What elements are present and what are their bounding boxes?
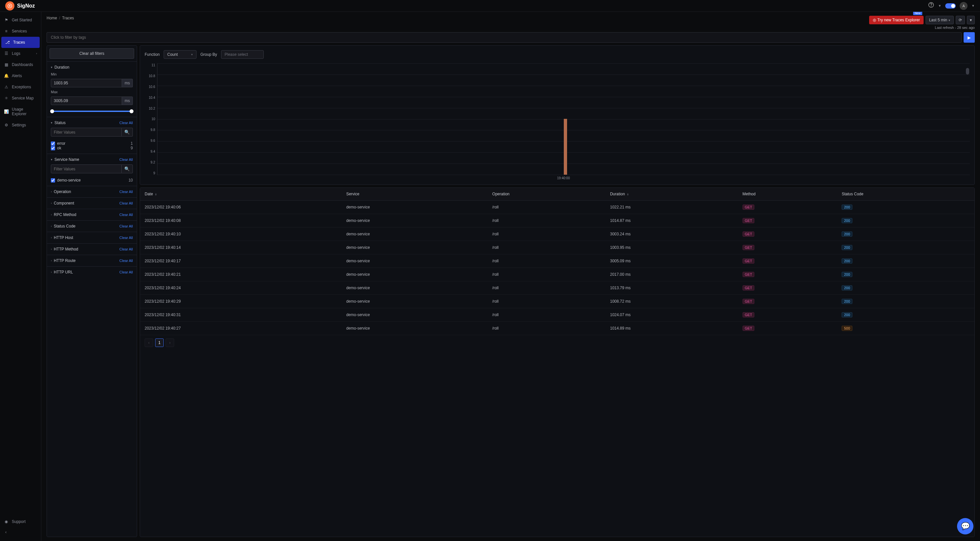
- sidebar-item-support[interactable]: ◉ Support: [0, 516, 41, 527]
- sidebar-item-settings[interactable]: ⚙Settings: [0, 120, 41, 131]
- function-select[interactable]: Count ▾: [164, 50, 196, 59]
- status-code-badge: 200: [842, 218, 852, 223]
- avatar[interactable]: A: [960, 2, 967, 10]
- max-duration-input[interactable]: [51, 97, 122, 105]
- caret-right-icon: ›: [51, 201, 52, 205]
- try-new-explorer-button[interactable]: ◎ Try new Traces Explorer: [869, 16, 924, 24]
- refresh-icon: ⟳: [959, 18, 962, 22]
- service-name-search-button[interactable]: 🔍: [122, 164, 133, 173]
- filter-toggle-http-route[interactable]: ›HTTP RouteClear All: [51, 259, 133, 263]
- sidebar-item-alerts[interactable]: 🔔Alerts: [0, 70, 41, 81]
- clear-operation-link[interactable]: Clear All: [119, 190, 133, 194]
- groupby-select[interactable]: Please select: [221, 50, 264, 59]
- min-duration-input[interactable]: [51, 79, 122, 87]
- table-row[interactable]: 2023/12/02 19:40:21 demo-service /roll 2…: [140, 268, 974, 281]
- cell-status: 200: [837, 295, 974, 308]
- sidebar-item-label: Alerts: [12, 73, 22, 78]
- sidebar-item-service-map[interactable]: ⚛Service Map: [0, 93, 41, 104]
- status-filter-error[interactable]: error1: [51, 141, 133, 146]
- cell-date: 2023/12/02 19:40:10: [140, 228, 342, 241]
- duration-slider[interactable]: [51, 109, 133, 113]
- help-dropdown-caret-icon[interactable]: ▼: [938, 4, 941, 8]
- checkbox[interactable]: [51, 146, 55, 150]
- sidebar-item-services[interactable]: ≡Services: [0, 26, 41, 37]
- filter-toggle-http-method[interactable]: ›HTTP MethodClear All: [51, 247, 133, 251]
- run-query-button[interactable]: ▶: [964, 32, 975, 43]
- cell-operation: /roll: [488, 268, 605, 281]
- checkbox[interactable]: [51, 142, 55, 146]
- page-prev-button[interactable]: ‹: [145, 338, 153, 347]
- service-name-search-input[interactable]: [51, 164, 122, 173]
- table-row[interactable]: 2023/12/02 19:40:31 demo-service /roll 1…: [140, 308, 974, 322]
- table-row[interactable]: 2023/12/02 19:40:06 demo-service /roll 1…: [140, 201, 974, 214]
- clear-http-url-link[interactable]: Clear All: [119, 270, 133, 274]
- clear-status-link[interactable]: Clear All: [119, 121, 133, 125]
- chart-scroll-thumb[interactable]: [966, 68, 969, 75]
- table-row[interactable]: 2023/12/02 19:40:08 demo-service /roll 1…: [140, 214, 974, 228]
- filter-toggle-rpc-method[interactable]: ›RPC MethodClear All: [51, 212, 133, 217]
- clear-component-link[interactable]: Clear All: [119, 201, 133, 205]
- status-search-input[interactable]: [51, 128, 122, 137]
- user-dropdown-caret-icon[interactable]: ▼: [972, 4, 975, 8]
- cell-method: GET: [738, 322, 837, 335]
- page-next-button[interactable]: ›: [165, 338, 174, 347]
- cell-duration: 1024.07 ms: [605, 308, 738, 322]
- column-status-code: Status Code: [837, 188, 974, 201]
- table-row[interactable]: 2023/12/02 19:40:24 demo-service /roll 1…: [140, 281, 974, 295]
- clear-status-code-link[interactable]: Clear All: [119, 224, 133, 228]
- help-icon[interactable]: [928, 2, 934, 10]
- filter-toggle-status-code[interactable]: ›Status CodeClear All: [51, 224, 133, 228]
- chart-x-label: 19:40:00: [157, 176, 970, 180]
- clear-all-filters-button[interactable]: Clear all filters: [49, 48, 134, 59]
- sidebar-item-dashboards[interactable]: ▦Dashboards: [0, 59, 41, 70]
- time-range-select[interactable]: Last 5 min ▾: [926, 16, 954, 24]
- y-tick: 9.4: [145, 150, 155, 153]
- column-duration[interactable]: Duration▲▼: [605, 188, 738, 201]
- service-filter-demo-service[interactable]: demo-service10: [51, 178, 133, 182]
- page-number-button[interactable]: 1: [155, 338, 164, 347]
- filter-toggle-operation[interactable]: ›OperationClear All: [51, 190, 133, 194]
- filter-toggle-component[interactable]: ›ComponentClear All: [51, 201, 133, 206]
- cell-method: GET: [738, 228, 837, 241]
- checkbox[interactable]: [51, 178, 55, 182]
- filter-toggle-status[interactable]: ▾ Status Clear All: [51, 120, 133, 125]
- chevron-down-icon: ▾: [191, 53, 193, 56]
- filter-toggle-duration[interactable]: ▾ Duration: [51, 65, 133, 70]
- slider-handle-min[interactable]: [50, 109, 54, 113]
- sidebar-item-traces[interactable]: ⎇Traces: [1, 37, 40, 48]
- filter-toggle-http-url[interactable]: ›HTTP URLClear All: [51, 270, 133, 274]
- table-row[interactable]: 2023/12/02 19:40:27 demo-service /roll 1…: [140, 322, 974, 335]
- clear-http-route-link[interactable]: Clear All: [119, 259, 133, 263]
- tag-filter-input[interactable]: [46, 32, 962, 43]
- sidebar-item-get-started[interactable]: ⚑Get Started: [0, 14, 41, 26]
- filter-toggle-service-name[interactable]: ▾ Service Name Clear All: [51, 157, 133, 162]
- status-filter-ok[interactable]: ok9: [51, 146, 133, 150]
- filter-toggle-http-host[interactable]: ›HTTP HostClear All: [51, 235, 133, 240]
- clear-rpc-method-link[interactable]: Clear All: [119, 213, 133, 217]
- clear-http-host-link[interactable]: Clear All: [119, 236, 133, 239]
- table-row[interactable]: 2023/12/02 19:40:29 demo-service /roll 1…: [140, 295, 974, 308]
- sidebar-item-usage-explorer[interactable]: 📊Usage Explorer: [0, 104, 41, 120]
- clear-http-method-link[interactable]: Clear All: [119, 247, 133, 251]
- column-date[interactable]: Date▲▼: [140, 188, 342, 201]
- new-badge: New: [913, 12, 922, 15]
- breadcrumb-home[interactable]: Home: [46, 16, 57, 20]
- chat-support-button[interactable]: 💬: [957, 518, 974, 535]
- status-search-button[interactable]: 🔍: [122, 128, 133, 137]
- table-row[interactable]: 2023/12/02 19:40:14 demo-service /roll 1…: [140, 241, 974, 254]
- sidebar-item-exceptions[interactable]: ⚠Exceptions: [0, 81, 41, 93]
- filter-section-operation: ›OperationClear All: [47, 186, 137, 197]
- support-icon: ◉: [4, 519, 8, 524]
- refresh-button[interactable]: ⟳: [956, 16, 965, 24]
- slider-handle-max[interactable]: [130, 109, 134, 113]
- chart-plot[interactable]: [157, 63, 970, 175]
- compass-icon: ◎: [873, 18, 876, 22]
- table-row[interactable]: 2023/12/02 19:40:10 demo-service /roll 3…: [140, 228, 974, 241]
- theme-toggle[interactable]: [945, 3, 956, 8]
- autorefresh-dropdown-button[interactable]: ▾: [967, 16, 975, 24]
- clear-service-name-link[interactable]: Clear All: [119, 158, 133, 161]
- logo[interactable]: SigNoz: [5, 1, 35, 11]
- sidebar-item-logs[interactable]: ☰Logs›: [0, 48, 41, 59]
- collapse-sidebar-button[interactable]: ‹: [0, 527, 41, 537]
- table-row[interactable]: 2023/12/02 19:40:17 demo-service /roll 3…: [140, 254, 974, 268]
